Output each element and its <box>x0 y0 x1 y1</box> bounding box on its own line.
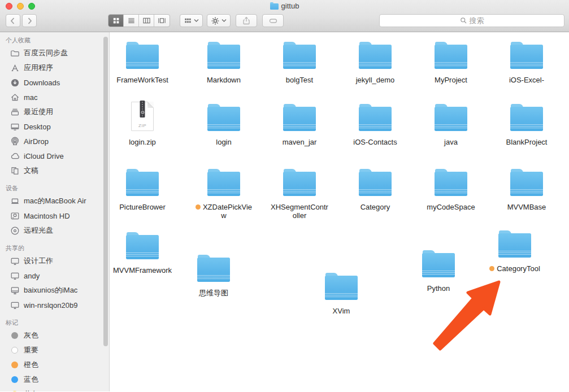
sidebar-item-macbook-air[interactable]: mac的MacBook Air <box>0 194 109 208</box>
sidebar-item-label: baixunios的iMac <box>24 285 77 295</box>
file-item-categorytool[interactable]: CategoryTool <box>480 228 550 273</box>
file-item-jekyll-demo[interactable]: jekyll_demo <box>340 40 410 84</box>
file-item-mvvmframework[interactable]: MVVMFramework <box>110 230 177 275</box>
display-icon <box>10 256 20 266</box>
file-item-login[interactable]: login <box>189 102 259 146</box>
tag-icon <box>268 16 278 25</box>
folder-icon <box>207 102 240 131</box>
file-item-blankproject[interactable]: BlankProject <box>492 102 562 146</box>
file-label: MyProject <box>435 76 467 84</box>
file-item-mindmap[interactable]: 思维导图 <box>179 252 249 297</box>
sidebar-item-tag-gray[interactable]: 灰色 <box>0 328 109 343</box>
sidebar-item-label: Desktop <box>24 123 51 131</box>
file-item-xzdatepickview[interactable]: XZDatePickView <box>189 167 259 220</box>
file-label: bolgTest <box>286 76 313 84</box>
file-label: java <box>444 138 458 146</box>
file-grid: FrameWorkTestMarkdownbolgTestjekyll_demo… <box>110 32 569 391</box>
file-item-ios-contacts[interactable]: iOS-Contacts <box>340 102 410 146</box>
column-view-button[interactable] <box>139 15 154 27</box>
sidebar-scrollbar[interactable] <box>103 37 108 346</box>
sidebar-item-label: 重要 <box>24 345 38 355</box>
sidebar-item-tag-important[interactable]: 重要 <box>0 343 109 358</box>
file-item-python[interactable]: Python <box>403 248 474 293</box>
coverflow-view-icon <box>158 16 166 25</box>
sidebar-item-andy[interactable]: andy <box>0 268 109 283</box>
file-item-xhsegmentcontroller[interactable]: XHSegmentController <box>264 167 335 220</box>
file-item-bolgtest[interactable]: bolgTest <box>264 40 335 84</box>
file-label: Markdown <box>207 76 241 84</box>
back-button[interactable] <box>6 14 20 27</box>
sidebar-item-win-nrslqon20b9[interactable]: win-nrslqon20b9 <box>0 298 109 312</box>
sidebar-item-macintosh-hd[interactable]: Macintosh HD <box>0 208 109 223</box>
file-item-maven-jar[interactable]: maven_jar <box>264 102 335 146</box>
display-icon <box>10 271 20 281</box>
column-view-icon <box>142 16 151 25</box>
file-label: maven_jar <box>283 138 317 146</box>
sidebar-item-baixunios-imac[interactable]: baixunios的iMac <box>0 283 109 298</box>
sidebar-item-label: iCloud Drive <box>24 152 64 160</box>
file-label: iOS-Excel- <box>509 76 544 84</box>
annotation-arrow <box>110 32 569 391</box>
minimize-button[interactable] <box>17 3 24 10</box>
file-item-mvvmbase[interactable]: MVVMBase <box>492 167 562 211</box>
folder-icon <box>435 167 467 196</box>
sidebar-item-desktop[interactable]: Desktop <box>0 119 109 134</box>
sidebar-item-design-work[interactable]: 设计工作 <box>0 254 109 268</box>
action-button[interactable] <box>207 14 231 27</box>
file-item-ios-excel[interactable]: iOS-Excel- <box>492 40 562 84</box>
folder-icon <box>207 40 240 69</box>
file-item-picturebrower[interactable]: PictureBrower <box>110 167 177 211</box>
forward-button[interactable] <box>22 14 37 27</box>
download-icon <box>10 78 20 88</box>
file-item-myproject[interactable]: MyProject <box>416 40 486 84</box>
sidebar-item-downloads[interactable]: Downloads <box>0 75 109 90</box>
file-item-category[interactable]: Category <box>340 167 410 211</box>
folder-icon <box>359 102 392 131</box>
sidebar-item-mac[interactable]: mac <box>0 90 109 104</box>
sidebar-item-label: andy <box>24 272 40 280</box>
icon-view-button[interactable] <box>108 15 124 27</box>
close-button[interactable] <box>6 3 12 10</box>
sidebar-item-icloud-drive[interactable]: iCloud Drive <box>0 149 109 163</box>
sidebar-item-tag-yellow[interactable]: 黄色 <box>0 387 109 391</box>
sidebar-item-recents[interactable]: 最近使用 <box>0 104 109 119</box>
folder-icon <box>270 3 279 10</box>
file-item-xvim[interactable]: XVim <box>306 271 376 315</box>
sidebar-item-documents[interactable]: 文稿 <box>0 163 109 178</box>
file-label: XVim <box>333 307 350 315</box>
coverflow-view-button[interactable] <box>154 15 170 27</box>
back-icon <box>8 16 18 25</box>
file-item-markdown[interactable]: Markdown <box>189 40 259 84</box>
sidebar-item-label: win-nrslqon20b9 <box>24 301 77 310</box>
zoom-button[interactable] <box>28 3 35 10</box>
home-icon <box>10 93 20 102</box>
gear-icon <box>211 16 220 25</box>
sidebar-item-tag-orange[interactable]: 橙色 <box>0 358 109 372</box>
share-button[interactable] <box>236 14 257 27</box>
file-item-framework-test[interactable]: FrameWorkTest <box>110 40 177 84</box>
folder-icon <box>435 102 467 131</box>
sidebar-item-tag-blue[interactable]: 蓝色 <box>0 372 109 387</box>
window-title: gittub <box>270 2 299 10</box>
chevron-down-icon <box>194 19 199 23</box>
folder-icon <box>325 271 358 300</box>
sidebar-item-applications[interactable]: 应用程序 <box>0 60 109 75</box>
file-item-mycodespace[interactable]: myCodeSpace <box>416 167 486 211</box>
sidebar-item-airdrop[interactable]: AirDrop <box>0 134 109 149</box>
chevron-down-icon <box>221 19 227 23</box>
arrange-button[interactable] <box>180 14 203 27</box>
sidebar-item-remote-disc[interactable]: 远程光盘 <box>0 223 109 238</box>
search-input[interactable]: 搜索 <box>379 14 564 27</box>
file-label: XHSegmentController <box>269 203 330 220</box>
tag-button[interactable] <box>262 14 284 27</box>
sidebar-item-baidu-cloud-sync[interactable]: 百度云同步盘 <box>0 46 109 60</box>
finder-window: gittub <box>0 0 569 392</box>
list-view-button[interactable] <box>124 15 139 27</box>
harddisk-icon <box>10 211 20 221</box>
folder-icon <box>126 40 159 69</box>
folder-icon <box>283 40 316 69</box>
file-label: iOS-Contacts <box>353 138 397 146</box>
file-item-login-zip[interactable]: ZIPlogin.zip <box>110 102 177 146</box>
file-item-java[interactable]: java <box>416 102 486 146</box>
disc-icon <box>10 226 20 236</box>
